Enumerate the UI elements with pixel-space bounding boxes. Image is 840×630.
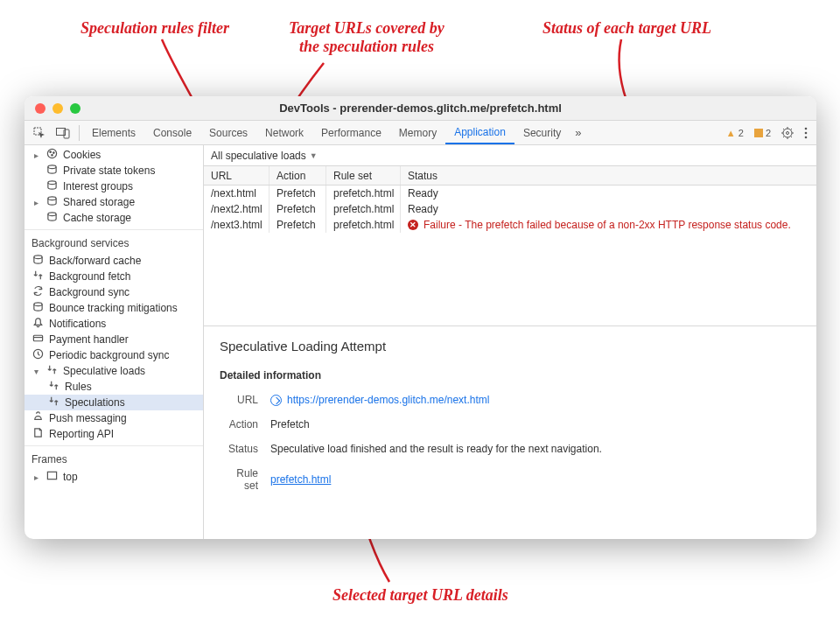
detail-label: Status: [220, 443, 270, 455]
speculations-grid: URL Action Rule set Status /next.html Pr…: [204, 166, 816, 326]
cell-action: Prefetch: [270, 217, 326, 233]
detail-row-status: Status Speculative load finished and the…: [220, 443, 801, 455]
main-pane: All speculative loads ▼ URL Action Rule …: [204, 145, 816, 539]
sidebar-item-notifications[interactable]: Notifications: [24, 316, 203, 332]
sidebar-item-label: Background sync: [49, 286, 130, 298]
link-icon: [270, 395, 282, 406]
kebab-icon[interactable]: [799, 121, 813, 144]
annotation-text: Selected target URL details: [332, 586, 508, 605]
tab-security[interactable]: Security: [514, 121, 570, 144]
cell-url: /next3.html: [204, 217, 270, 233]
traffic-lights: [24, 103, 80, 114]
sidebar-item-label: Back/forward cache: [49, 255, 141, 267]
tab-memory[interactable]: Memory: [390, 121, 445, 144]
sidebar-item-background-fetch[interactable]: Background fetch: [24, 269, 203, 284]
col-action[interactable]: Action: [270, 166, 326, 185]
svg-rect-20: [47, 472, 56, 479]
details-title: Speculative Loading Attempt: [220, 339, 801, 354]
tab-console[interactable]: Console: [144, 121, 200, 144]
cell-url: /next2.html: [204, 201, 270, 217]
sidebar-item-speculations[interactable]: Speculations: [24, 395, 203, 410]
sidebar-item-speculative-loads[interactable]: ▾Speculative loads: [24, 363, 203, 379]
col-ruleset[interactable]: Rule set: [326, 166, 401, 185]
svg-point-14: [47, 197, 55, 200]
inspect-icon[interactable]: [28, 121, 51, 144]
grid-row[interactable]: /next3.html Prefetch prefetch.html ✕Fail…: [204, 217, 816, 233]
grid-row[interactable]: /next.html Prefetch prefetch.html Ready: [204, 186, 816, 201]
close-button[interactable]: [35, 103, 46, 114]
sidebar-item-label: Private state tokens: [63, 164, 155, 177]
svg-point-11: [51, 155, 52, 156]
issues-badge[interactable]: 2: [749, 128, 776, 138]
application-sidebar: ▸Cookies Private state tokens Interest g…: [24, 145, 204, 539]
sidebar-item-bounce-tracking[interactable]: Bounce tracking mitigations: [24, 300, 203, 316]
sidebar-item-shared-storage[interactable]: ▸Shared storage: [24, 194, 203, 210]
maximize-button[interactable]: [70, 103, 80, 114]
col-url[interactable]: URL: [204, 166, 270, 185]
sidebar-item-back-forward-cache[interactable]: Back/forward cache: [24, 253, 203, 269]
sidebar-item-label: Shared storage: [63, 196, 135, 208]
tabs-overflow-icon[interactable]: »: [570, 126, 586, 139]
svg-point-5: [805, 127, 808, 130]
devtools-window: DevTools - prerender-demos.glitch.me/pre…: [24, 96, 816, 539]
col-status[interactable]: Status: [401, 166, 816, 185]
cell-ruleset: prefetch.html: [326, 217, 401, 233]
detail-link[interactable]: prefetch.html: [270, 473, 331, 486]
filter-label: All speculative loads: [211, 150, 306, 162]
cell-status: Ready: [401, 186, 816, 201]
grid-row[interactable]: /next2.html Prefetch prefetch.html Ready: [204, 201, 816, 217]
tab-performance[interactable]: Performance: [312, 121, 390, 144]
details-section-header: Detailed information: [220, 369, 801, 382]
sidebar-item-label: top: [63, 471, 78, 483]
sidebar-item-label: Payment handler: [49, 333, 129, 346]
tab-sources[interactable]: Sources: [200, 121, 256, 144]
sidebar-item-interest-groups[interactable]: Interest groups: [24, 178, 203, 194]
detail-row-ruleset: Rule set prefetch.html: [220, 467, 801, 492]
minimize-button[interactable]: [52, 103, 63, 114]
tab-application[interactable]: Application: [445, 121, 514, 144]
sidebar-item-label: Rules: [65, 381, 92, 393]
tab-network[interactable]: Network: [256, 121, 312, 144]
chevron-down-icon: ▼: [310, 151, 318, 160]
svg-point-10: [52, 152, 53, 153]
svg-point-8: [47, 149, 56, 158]
sidebar-item-cookies[interactable]: ▸Cookies: [24, 147, 203, 163]
sidebar-item-reporting-api[interactable]: Reporting API: [24, 426, 203, 442]
sidebar-item-private-state-tokens[interactable]: Private state tokens: [24, 163, 203, 178]
speculation-filter[interactable]: All speculative loads ▼: [204, 145, 816, 166]
settings-icon[interactable]: [776, 121, 799, 144]
window-title: DevTools - prerender-demos.glitch.me/pre…: [24, 102, 816, 115]
sidebar-item-payment-handler[interactable]: Payment handler: [24, 332, 203, 347]
cell-action: Prefetch: [270, 186, 326, 201]
device-icon[interactable]: [51, 121, 75, 144]
annotation-text: Status of each target URL: [542, 19, 711, 38]
svg-rect-2: [64, 130, 69, 138]
detail-row-url: URL https://prerender-demos.glitch.me/ne…: [220, 394, 801, 406]
sidebar-item-background-sync[interactable]: Background sync: [24, 284, 203, 300]
sidebar-item-label: Bounce tracking mitigations: [49, 302, 178, 314]
detail-link[interactable]: https://prerender-demos.glitch.me/next.h…: [270, 394, 489, 406]
svg-point-4: [787, 131, 789, 134]
sidebar-item-label: Speculative loads: [63, 365, 145, 377]
svg-point-12: [47, 165, 55, 169]
devtools-toolbar: Elements Console Sources Network Perform…: [24, 121, 816, 145]
detail-value: Speculative load finished and the result…: [270, 443, 602, 455]
cell-ruleset: prefetch.html: [326, 201, 401, 217]
warnings-badge[interactable]: ▲2: [721, 128, 749, 138]
sidebar-item-label: Notifications: [49, 318, 106, 330]
sidebar-item-periodic-sync[interactable]: Periodic background sync: [24, 347, 203, 363]
cell-status-error: ✕Failure - The prefetch failed because o…: [401, 217, 816, 233]
sidebar-item-frame-top[interactable]: ▸top: [24, 469, 203, 485]
tab-elements[interactable]: Elements: [83, 121, 144, 144]
sidebar-item-rules[interactable]: Rules: [24, 379, 203, 395]
sidebar-item-push-messaging[interactable]: Push messaging: [24, 410, 203, 426]
titlebar: DevTools - prerender-demos.glitch.me/pre…: [24, 96, 816, 121]
sidebar-item-cache-storage[interactable]: Cache storage: [24, 210, 203, 226]
svg-point-16: [33, 256, 41, 259]
speculation-details: Speculative Loading Attempt Detailed inf…: [204, 326, 816, 516]
detail-row-action: Action Prefetch: [220, 418, 801, 430]
cell-status: Ready: [401, 201, 816, 217]
svg-point-9: [49, 151, 50, 152]
cell-url: /next.html: [204, 186, 270, 201]
svg-point-6: [805, 131, 808, 134]
